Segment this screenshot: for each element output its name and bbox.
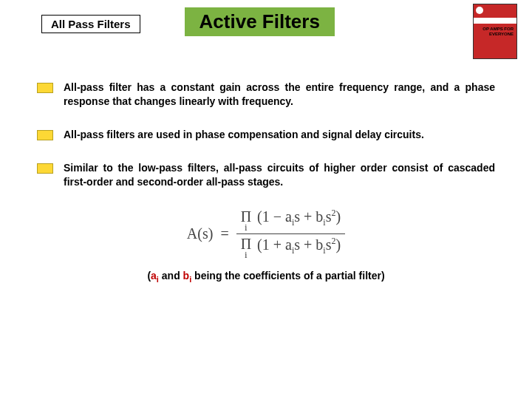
header-row: All Pass Filters Active Filters [0, 0, 532, 36]
bullet-text: All-pass filter has a constant gain acro… [64, 81, 495, 109]
title-box: Active Filters [185, 7, 335, 36]
product-symbol: Π i [241, 237, 251, 259]
coefficient-note: (ai and bi being the coefficients of a p… [0, 270, 532, 284]
bullet-marker-icon [37, 163, 53, 174]
bullet-item: All-pass filters are used in phase compe… [37, 128, 495, 142]
book-cover-text: OP AMPS FOR EVERYONE [482, 27, 514, 36]
product-symbol: Π i [241, 210, 251, 232]
formula-equals: = [220, 225, 228, 242]
bullet-marker-icon [37, 130, 53, 140]
fraction-bar [236, 233, 346, 234]
bullet-item: Similar to the low-pass filters, all-pas… [37, 161, 495, 189]
bullet-marker-icon [37, 83, 53, 93]
bullet-item: All-pass filter has a constant gain acro… [37, 81, 495, 109]
book-cover-thumbnail: OP AMPS FOR EVERYONE [473, 4, 517, 59]
bullet-text: All-pass filters are used in phase compe… [64, 128, 424, 142]
bullet-text: Similar to the low-pass filters, all-pas… [64, 161, 495, 189]
formula-denominator: Π i (1 + ais + bis2) [236, 236, 346, 259]
bullet-list: All-pass filter has a constant gain acro… [0, 36, 532, 188]
formula-fraction: Π i (1 − ais + bis2) Π i (1 + ais + bis2… [236, 208, 346, 259]
formula-lhs: A(s) [187, 225, 214, 242]
subtitle-box: All Pass Filters [41, 15, 140, 33]
formula-numerator: Π i (1 − ais + bis2) [236, 208, 346, 231]
transfer-function-formula: A(s) = Π i (1 − ais + bis2) Π i (1 + ais… [0, 208, 532, 259]
